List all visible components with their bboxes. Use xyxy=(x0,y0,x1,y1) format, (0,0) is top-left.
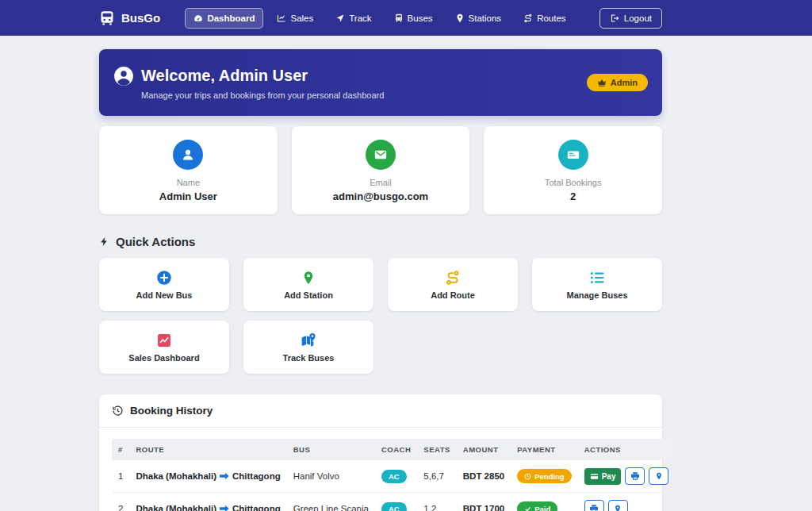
track-location-button[interactable] xyxy=(608,500,628,511)
pay-button-label: Pay xyxy=(602,472,616,481)
nav-item-stations[interactable]: Stations xyxy=(446,8,511,29)
booking-history-header: Booking History xyxy=(99,394,662,428)
booking-history-body: # ROUTE BUS COACH SEATS AMOUNT PAYMENT A… xyxy=(99,428,662,511)
stat-value: Admin User xyxy=(99,190,278,202)
booking-coach: AC xyxy=(375,493,417,511)
route-icon xyxy=(523,13,533,23)
quick-action-add-new-bus[interactable]: Add New Bus xyxy=(99,258,229,311)
printer-icon xyxy=(630,471,640,481)
quick-action-label: Sales Dashboard xyxy=(128,353,199,363)
nav-item-routes[interactable]: Routes xyxy=(515,8,574,29)
admin-badge-label: Admin xyxy=(611,78,638,87)
booking-history-title: Booking History xyxy=(130,405,213,417)
logout-icon xyxy=(610,13,619,23)
welcome-title: Welcome, Admin User xyxy=(141,67,308,85)
logout-button[interactable]: Logout xyxy=(599,8,662,29)
admin-badge: Admin xyxy=(587,74,648,91)
quick-action-track-buses[interactable]: Track Buses xyxy=(243,321,373,374)
quick-action-label: Add Route xyxy=(431,290,475,300)
nav-item-sales[interactable]: Sales xyxy=(268,8,322,29)
check-icon xyxy=(524,505,531,511)
stat-label: Total Bookings xyxy=(484,178,662,187)
logout-label: Logout xyxy=(624,13,652,23)
bus-logo-icon xyxy=(99,10,115,26)
clock-icon xyxy=(524,473,531,480)
nav-item-label: Routes xyxy=(537,13,565,23)
quick-action-manage-buses[interactable]: Manage Buses xyxy=(532,258,662,311)
crown-icon xyxy=(597,78,607,87)
location-arrow-icon xyxy=(335,13,345,23)
track-location-button[interactable] xyxy=(649,467,668,485)
payment-status-badge: Pending xyxy=(517,469,571,483)
col-header-bus: BUS xyxy=(287,439,375,460)
booking-table: # ROUTE BUS COACH SEATS AMOUNT PAYMENT A… xyxy=(112,439,675,511)
quick-actions-title: Quick Actions xyxy=(116,235,195,248)
stat-card-name: Name Admin User xyxy=(99,126,278,214)
booking-num: 1 xyxy=(112,460,129,493)
nav-menu: Dashboard Sales Track Buses xyxy=(185,8,574,29)
route-from: Dhaka (Mohakhali) xyxy=(136,471,216,481)
quick-action-label: Track Buses xyxy=(283,353,335,363)
booking-num: 2 xyxy=(112,493,129,511)
booking-bus: Hanif Volvo xyxy=(287,460,375,493)
booking-route: Dhaka (Mohakhali)Chittagong xyxy=(129,460,286,493)
col-header-route: ROUTE xyxy=(129,439,286,460)
booking-actions xyxy=(578,493,676,511)
booking-payment: Pending xyxy=(511,460,577,493)
quick-actions-heading: Quick Actions xyxy=(99,235,662,248)
booking-payment: Paid xyxy=(511,493,577,511)
booking-amount: BDT 2850 xyxy=(457,460,511,493)
nav-item-label: Sales xyxy=(290,13,313,23)
quick-action-label: Add New Bus xyxy=(136,290,193,300)
navbar-inner: BusGo Dashboard Sales Track xyxy=(99,8,662,29)
quick-action-sales-dashboard[interactable]: Sales Dashboard xyxy=(99,321,229,374)
nav-item-buses[interactable]: Buses xyxy=(385,8,442,29)
quick-action-label: Add Station xyxy=(284,290,333,300)
top-navbar: BusGo Dashboard Sales Track xyxy=(0,0,812,36)
route-from: Dhaka (Mohakhali) xyxy=(136,504,216,511)
booking-coach: AC xyxy=(375,460,417,493)
stat-card-email: Email admin@busgo.com xyxy=(292,126,470,214)
map-marked-icon xyxy=(301,332,316,348)
quick-actions-grid: Add New Bus Add Station Add Route Manage… xyxy=(99,258,662,374)
booking-table-header-row: # ROUTE BUS COACH SEATS AMOUNT PAYMENT A… xyxy=(112,439,675,460)
route-arrow-icon xyxy=(220,472,229,482)
quick-action-label: Manage Buses xyxy=(566,290,627,300)
nav-item-track[interactable]: Track xyxy=(327,8,380,29)
welcome-subtitle: Manage your trips and bookings from your… xyxy=(141,90,384,100)
stat-value: 2 xyxy=(484,190,662,202)
quick-action-add-route[interactable]: Add Route xyxy=(388,258,518,311)
welcome-banner: Welcome, Admin User Manage your trips an… xyxy=(99,49,662,116)
stat-label: Name xyxy=(99,178,278,187)
payment-status-label: Paid xyxy=(534,505,550,511)
credit-card-icon xyxy=(590,472,599,481)
nav-item-dashboard[interactable]: Dashboard xyxy=(185,8,263,29)
nav-item-label: Stations xyxy=(469,13,502,23)
pay-button[interactable]: Pay xyxy=(584,468,622,485)
chart-box-icon xyxy=(156,332,172,348)
route-to: Chittagong xyxy=(232,504,281,511)
booking-history-card: Booking History # ROUTE BUS COACH SEATS … xyxy=(99,394,662,511)
print-button[interactable] xyxy=(584,500,604,511)
print-button[interactable] xyxy=(625,467,645,485)
booking-seats: 5,6,7 xyxy=(417,460,456,493)
quick-action-add-station[interactable]: Add Station xyxy=(243,258,373,311)
map-pin-icon xyxy=(301,270,316,286)
map-pin-icon xyxy=(655,471,663,481)
route-arrow-icon xyxy=(220,505,229,511)
booking-row: 1 Dhaka (Mohakhali)Chittagong Hanif Volv… xyxy=(112,460,675,493)
route-icon xyxy=(445,270,461,286)
brand[interactable]: BusGo xyxy=(99,10,160,26)
stat-label: Email xyxy=(292,178,470,187)
col-header-seats: SEATS xyxy=(417,439,456,460)
col-header-payment: PAYMENT xyxy=(511,439,577,460)
col-header-coach: COACH xyxy=(375,439,417,460)
coach-badge: AC xyxy=(381,502,407,511)
plus-circle-icon xyxy=(156,270,172,286)
chart-line-icon xyxy=(277,13,286,23)
bolt-icon xyxy=(99,236,109,248)
payment-status-label: Pending xyxy=(534,472,564,481)
user-icon xyxy=(173,140,203,170)
stats-row: Name Admin User Email admin@busgo.com To… xyxy=(99,126,662,214)
route-to: Chittagong xyxy=(232,471,281,481)
